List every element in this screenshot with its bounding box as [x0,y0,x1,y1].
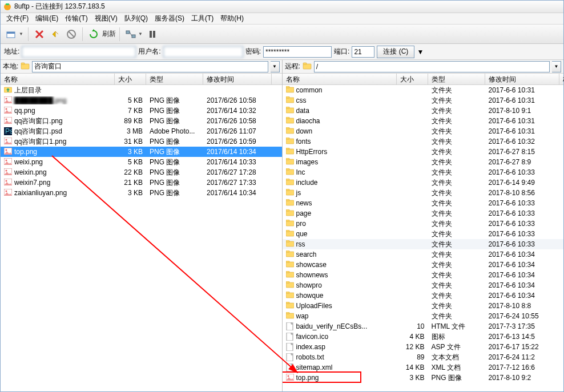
refresh-label[interactable]: 刷新 [102,29,116,39]
file-row[interactable]: css文件夹2017-6-6 10:31 [283,95,564,106]
menu-queue[interactable]: 队列(Q) [121,13,151,25]
file-row[interactable]: qq.png7 KBPNG 图像2017/6/14 10:32 [1,106,282,116]
file-row[interactable]: images文件夹2017-6-27 8:9 [283,157,564,167]
col-size[interactable]: 大小 [115,74,146,84]
file-row[interactable]: baidu_verify_nECsBs...10HTML 文件2017-7-3 … [283,321,564,332]
col-type[interactable]: 类型 [428,74,485,84]
file-row[interactable]: robots.txt89文本文档2017-6-24 11:2 [283,352,564,362]
file-type: PNG 图像 [146,147,203,157]
menu-help[interactable]: 帮助(H) [217,13,247,25]
col-perm[interactable]: 权限 [559,74,565,84]
file-row[interactable]: Inc文件夹2017-6-6 10:33 [283,167,564,177]
file-row[interactable]: news文件夹2017-6-6 10:33 [283,198,564,208]
abort-icon[interactable] [64,27,79,42]
col-name[interactable]: 名称 [283,74,397,84]
file-row[interactable]: Psqq咨询窗口.psd3 MBAdobe Photo...2017/6/26 … [1,126,282,136]
remote-path-input[interactable]: / [314,61,550,72]
file-row[interactable]: showque文件夹2017-6-6 10:34 [283,290,564,301]
svg-rect-62 [286,231,294,236]
col-name[interactable]: 名称 [1,74,115,84]
remote-path-dropdown[interactable]: ▼ [552,61,561,72]
refresh-icon[interactable] [86,27,101,42]
connect-dropdown[interactable]: ▼ [19,31,23,37]
file-row[interactable]: qq咨询窗口.png89 KBPNG 图像2017/6/26 10:58 [1,116,282,126]
password-input[interactable] [263,46,332,58]
file-row[interactable]: UploadFiles文件夹2017-8-10 8:8 [283,301,564,311]
file-row[interactable]: showpro文件夹2017-6-6 10:34 [283,280,564,290]
svg-point-27 [6,170,7,172]
menu-transfer[interactable]: 传输(T) [62,13,91,25]
svg-point-31 [6,191,7,192]
file-icon [286,261,294,269]
local-filelist[interactable]: 上层目录████████.png5 KBPNG 图像2017/6/26 10:5… [1,85,282,391]
svg-rect-60 [286,221,294,226]
file-row[interactable]: que文件夹2017-6-6 10:33 [283,229,564,239]
file-row[interactable]: common文件夹2017-6-6 10:31 [283,85,564,95]
pause-icon[interactable] [145,27,160,42]
username-input[interactable] [163,46,243,58]
svg-rect-9 [21,64,29,69]
transfer-mode-icon[interactable] [123,27,138,42]
file-row[interactable]: top.png3 KBPNG 图像2017/6/14 10:34 [1,147,282,157]
file-row[interactable]: include文件夹2017-6-14 9:49 [283,177,564,188]
svg-rect-66 [286,252,294,257]
local-path-dropdown[interactable]: ▼ [271,61,280,72]
file-row[interactable]: top.png3 KBPNG 图像2017-8-10 9:2 [283,373,564,383]
file-row[interactable]: weixi.png5 KBPNG 图像2017/6/14 10:33 [1,157,282,167]
file-icon [286,312,294,320]
file-date: 2017/6/14 10:34 [203,148,272,156]
file-type: 文件夹 [428,188,485,198]
port-input[interactable] [352,46,374,58]
connect-history-dropdown[interactable]: ▼ [417,48,424,56]
file-row[interactable]: qq咨询窗口1.png31 KBPNG 图像2017/6/26 10:59 [1,136,282,147]
menu-file[interactable]: 文件(F) [3,13,32,25]
file-row[interactable]: weixin7.png21 KBPNG 图像2017/6/27 17:33 [1,177,282,188]
col-date[interactable]: 修改时间 [203,74,272,84]
file-row[interactable]: sitemap.xml14 KBXML 文档2017-7-12 16:6 [283,362,564,373]
file-row[interactable]: rss文件夹2017-6-6 10:33 [283,239,564,249]
menu-tools[interactable]: 工具(T) [188,13,217,25]
address-input[interactable] [22,46,136,58]
file-row[interactable]: index.asp12 KBASP 文件2017-6-17 15:22 [283,342,564,352]
col-type[interactable]: 类型 [146,74,203,84]
file-row[interactable]: weixin.png22 KBPNG 图像2017/6/27 17:28 [1,167,282,177]
file-type: PNG 图像 [146,188,203,198]
file-row[interactable]: data文件夹2017-8-10 9:1 [283,106,564,116]
col-size[interactable]: 大小 [397,74,428,84]
file-date: 2017-6-6 10:31 [485,86,559,94]
file-row[interactable]: shownews文件夹2017-6-6 10:34 [283,270,564,280]
file-row[interactable]: HttpErrors文件夹2017-6-27 8:15 [283,147,564,157]
file-row[interactable]: down文件夹2017-6-6 10:31 [283,126,564,136]
remote-path-row: 远程: / ▼ [283,60,564,74]
svg-rect-33 [303,63,307,64]
file-type: 文件夹 [428,147,485,157]
file-row[interactable]: fonts文件夹2017-6-6 10:32 [283,136,564,147]
file-row[interactable]: ████████.png5 KBPNG 图像2017/6/26 10:58 [1,95,282,106]
file-row[interactable]: diaocha文件夹2017-6-6 10:31 [283,116,564,126]
reconnect-icon[interactable] [48,27,63,42]
menu-edit[interactable]: 编辑(E) [32,13,62,25]
connect-button[interactable]: 连接 (C) [377,46,414,58]
file-row[interactable]: showcase文件夹2017-6-6 10:34 [283,260,564,270]
col-date[interactable]: 修改时间 [485,74,559,84]
titlebar[interactable]: 8uftp - 已连接到 123.57.183.5 [1,1,563,13]
local-path-input[interactable]: 咨询窗口 [32,61,268,72]
file-size: 14 KB [397,363,428,371]
remote-filelist[interactable]: common文件夹2017-6-6 10:31css文件夹2017-6-6 10… [283,85,564,391]
transfer-mode-dropdown[interactable]: ▼ [138,31,143,37]
connect-icon[interactable] [4,27,19,42]
menu-server[interactable]: 服务器(S) [151,13,188,25]
file-row[interactable]: favicon.ico4 KB图标2017-6-13 14:5 [283,332,564,342]
file-row[interactable]: zaixianliuyan.png3 KBPNG 图像2017/6/14 10:… [1,188,282,198]
file-row[interactable]: search文件夹2017-6-6 10:34 [283,249,564,260]
file-row[interactable]: wap文件夹2017-6-24 10:55 [283,311,564,321]
file-row[interactable]: js文件夹2017-8-10 8:56 [283,188,564,198]
disconnect-icon[interactable] [32,27,47,42]
file-date: 2017-6-27 8:15 [485,148,559,156]
file-row[interactable]: page文件夹2017-6-6 10:33 [283,208,564,219]
updir-row[interactable]: 上层目录 [1,85,282,95]
file-row[interactable]: pro文件夹2017-6-6 10:33 [283,219,564,229]
menu-view[interactable]: 视图(V) [91,13,121,25]
file-name: weixi.png [14,158,43,166]
file-name: showpro [296,281,322,289]
